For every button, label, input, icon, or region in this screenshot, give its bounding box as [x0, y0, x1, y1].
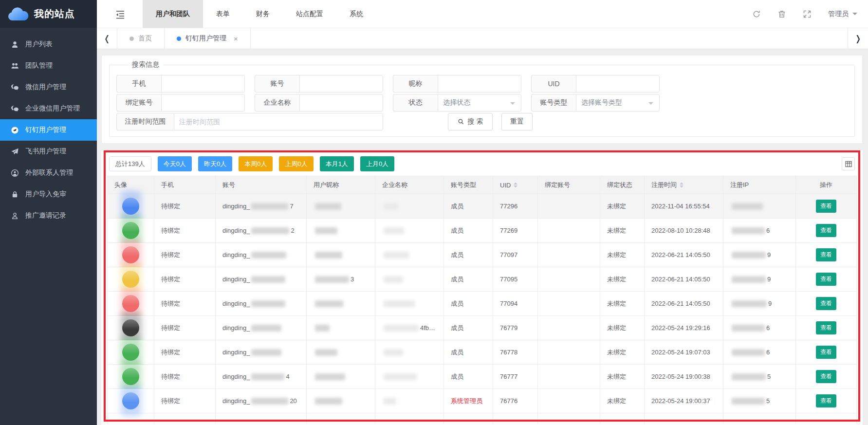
nav-tab-site-config[interactable]: 站点配置 — [283, 0, 336, 28]
account-cell: dingding_4 — [216, 365, 307, 389]
stat-badge-6[interactable]: 上月0人 — [360, 156, 394, 171]
bind-account-cell — [538, 267, 600, 292]
empty-cell — [154, 413, 216, 424]
account-input[interactable] — [299, 75, 383, 92]
view-button[interactable]: 查看 — [816, 394, 836, 407]
sidebar-item-wechat-users[interactable]: 微信用户管理 — [0, 76, 97, 98]
account-type-select[interactable]: 选择账号类型 — [576, 94, 660, 111]
sidebar-item-team[interactable]: 团队管理 — [0, 55, 97, 76]
view-button[interactable]: 查看 — [816, 224, 836, 237]
view-button[interactable]: 查看 — [816, 297, 836, 310]
sidebar-item-promo-invites[interactable]: 推广邀请记录 — [0, 205, 97, 226]
view-button[interactable]: 查看 — [816, 346, 836, 359]
account-cell: dingding_ — [216, 267, 307, 292]
account-cell: dingding_ — [216, 340, 307, 365]
sidebar-item-external-contacts[interactable]: 外部联系人管理 — [0, 162, 97, 184]
phone-input[interactable] — [161, 75, 245, 92]
account-type-placeholder: 选择账号类型 — [581, 98, 622, 107]
column-settings-button[interactable] — [842, 157, 855, 170]
refresh-icon[interactable] — [752, 10, 761, 18]
nav-tab-finance[interactable]: 财务 — [243, 0, 283, 28]
page-tab-dingtalk-users[interactable]: 钉钉用户管理× — [165, 28, 251, 49]
company-cell: 4fb… — [375, 316, 444, 340]
search-button[interactable]: 搜 索 — [448, 113, 493, 130]
bind-account-cell — [538, 365, 600, 389]
sidebar-item-user-import[interactable]: 用户导入免审 — [0, 184, 97, 205]
empty-cell — [723, 413, 796, 424]
avatar — [122, 368, 139, 385]
reg-ip-cell: 6 — [723, 316, 796, 340]
stat-badge-2[interactable]: 昨天0人 — [198, 156, 232, 171]
view-button[interactable]: 查看 — [816, 370, 836, 383]
col-header-label: 用户昵称 — [314, 181, 339, 189]
nav-tab-system[interactable]: 系统 — [336, 0, 376, 28]
date-range-input[interactable] — [174, 113, 383, 130]
table-row: 待绑定dingding_4成员76777未绑定2022-05-24 19:00:… — [108, 365, 857, 389]
ip-suffix: 5 — [767, 373, 771, 380]
fullscreen-icon[interactable] — [803, 10, 812, 18]
ip-blur — [732, 398, 765, 405]
sort-icon[interactable] — [680, 183, 683, 187]
grid-icon — [845, 161, 852, 167]
phone-cell: 待绑定 — [154, 292, 216, 316]
sidebar-item-wecom-users[interactable]: 企业微信用户管理 — [0, 98, 97, 119]
phone-cell: 待绑定 — [154, 219, 216, 243]
company-blur — [384, 349, 403, 356]
sidebar-item-label: 企业微信用户管理 — [25, 104, 80, 113]
sidebar-item-label: 用户列表 — [25, 40, 53, 49]
trash-icon[interactable] — [777, 10, 786, 18]
reg-time-cell: 2022-05-24 19:29:16 — [645, 316, 723, 340]
view-button[interactable]: 查看 — [816, 273, 836, 286]
nickname-cell: 3 — [307, 267, 375, 292]
empty-cell — [375, 413, 444, 424]
view-button[interactable]: 查看 — [816, 248, 836, 261]
bind-status-cell: 未绑定 — [600, 243, 645, 267]
account-blur — [251, 373, 284, 380]
action-cell: 查看 — [796, 243, 857, 267]
company-cell — [375, 389, 444, 413]
phone-cell: 待绑定 — [154, 340, 216, 365]
sort-icon[interactable] — [514, 183, 517, 187]
account-type-label: 账号类型 — [531, 94, 576, 111]
reg-time-cell: 2022-05-24 19:00:37 — [645, 389, 723, 413]
col-header: 注册IP — [723, 176, 796, 194]
bind-account-input[interactable] — [161, 94, 245, 111]
action-cell: 查看 — [796, 267, 857, 292]
company-blur — [384, 398, 396, 405]
company-input[interactable] — [299, 94, 383, 111]
sidebar-item-user-list[interactable]: 用户列表 — [0, 34, 97, 55]
reset-button[interactable]: 重置 — [501, 113, 533, 130]
empty-cell — [645, 413, 723, 424]
stat-badge-5[interactable]: 本月1人 — [320, 156, 354, 171]
sidebar-item-dingtalk-users[interactable]: 钉钉用户管理 — [0, 119, 97, 141]
nav-tab-forms[interactable]: 表单 — [203, 0, 243, 28]
empty-cell — [493, 413, 538, 424]
nickname-input[interactable] — [438, 75, 521, 92]
bind-status-cell: 未绑定 — [600, 389, 645, 413]
uid-input[interactable] — [576, 75, 660, 92]
nav-tab-users-teams[interactable]: 用户和团队 — [143, 0, 203, 28]
col-header-label: 绑定账号 — [545, 181, 570, 189]
stat-badge-4[interactable]: 上周0人 — [279, 156, 313, 171]
action-cell: 查看 — [796, 340, 857, 365]
stat-badge-3[interactable]: 本周0人 — [239, 156, 273, 171]
tabs-scroll-right-icon[interactable]: ❭ — [848, 28, 868, 49]
view-button[interactable]: 查看 — [816, 321, 836, 334]
account-suffix: 7 — [290, 203, 293, 210]
stat-badge-1[interactable]: 今天0人 — [158, 156, 192, 171]
bind-account-cell — [538, 340, 600, 365]
search-button-label: 搜 索 — [468, 117, 483, 126]
sidebar-item-feishu-users[interactable]: 飞书用户管理 — [0, 141, 97, 162]
account-blur — [251, 252, 286, 259]
view-button[interactable]: 查看 — [816, 200, 836, 213]
uid-cell: 76778 — [493, 340, 538, 365]
collapse-sidebar-icon[interactable] — [111, 0, 130, 28]
status-select[interactable]: 选择状态 — [438, 94, 521, 111]
user-menu[interactable]: 管理员 — [828, 10, 857, 18]
close-icon[interactable]: × — [234, 35, 238, 43]
ip-suffix: 9 — [767, 276, 771, 283]
page-tab-home[interactable]: 首页 — [117, 28, 165, 49]
tabs-scroll-left-icon[interactable]: ❬ — [97, 28, 117, 49]
tab-dot-icon — [177, 37, 181, 41]
stat-badge-0[interactable]: 总计139人 — [109, 156, 151, 171]
